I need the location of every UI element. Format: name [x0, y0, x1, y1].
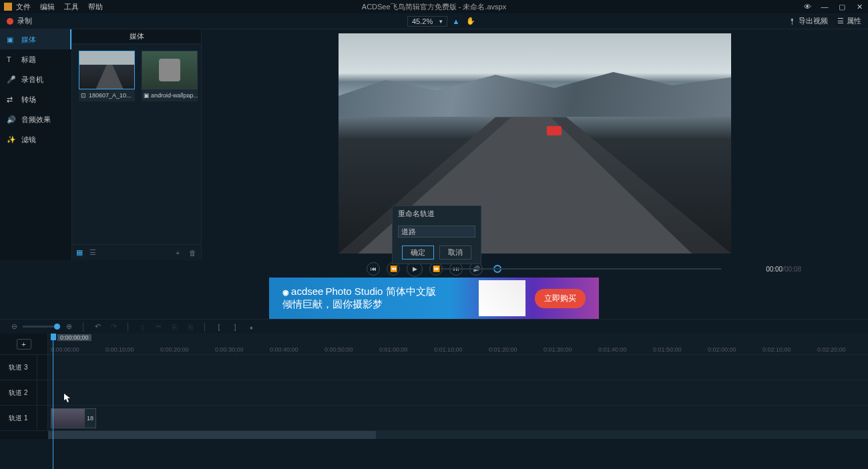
- time-display: 00:00/00:08: [766, 266, 801, 273]
- track-controls[interactable]: [37, 380, 48, 405]
- media-tab[interactable]: 媒体: [72, 29, 201, 44]
- media-icon: ▣: [7, 35, 16, 44]
- ruler-tick: 0:01:30;00: [544, 346, 572, 353]
- menu-file[interactable]: 文件: [16, 2, 31, 12]
- track-lane[interactable]: 18: [48, 406, 868, 430]
- sidebar-item-recorder[interactable]: 🎤录音机: [0, 69, 71, 89]
- record-label: 录制: [17, 16, 32, 26]
- pointer-tool-icon[interactable]: ▲: [451, 17, 461, 26]
- zoom-dropdown[interactable]: 45.2% ▾: [407, 16, 447, 27]
- track-row: 轨道 2: [0, 380, 868, 406]
- add-icon[interactable]: +: [176, 249, 184, 257]
- menu-edit[interactable]: 编辑: [40, 2, 55, 12]
- track-label[interactable]: 轨道 2: [0, 380, 37, 405]
- track-lane[interactable]: [48, 380, 868, 405]
- eye-icon[interactable]: 👁: [803, 3, 812, 11]
- ruler-tick: 0:00:10;00: [105, 346, 134, 353]
- preview-panel: [202, 29, 868, 260]
- filter-icon: ✨: [7, 135, 16, 144]
- track-row: 轨道 1 18: [0, 406, 868, 431]
- transition-icon: ⇄: [7, 95, 16, 104]
- sidebar-item-media[interactable]: ▣媒体: [0, 29, 71, 49]
- export-icon: ⭱: [789, 17, 796, 25]
- media-clip[interactable]: ⊡180607_A_10...: [79, 51, 135, 238]
- close-button[interactable]: ✕: [855, 3, 864, 11]
- track-label[interactable]: 轨道 1: [0, 406, 37, 430]
- minimize-button[interactable]: ―: [820, 3, 829, 11]
- ad-content[interactable]: ◉ acdsee Photo Studio 简体中文版 倾情巨献，圆你摄影梦 立…: [269, 278, 599, 319]
- timeline-clip[interactable]: 18: [51, 408, 96, 428]
- text-icon: T: [7, 55, 16, 63]
- mark-in-icon[interactable]: [: [214, 323, 224, 331]
- ruler-tick: 0:01:10;00: [434, 346, 463, 353]
- prev-frame-button[interactable]: ⏪: [387, 262, 400, 276]
- track-controls[interactable]: [37, 406, 48, 430]
- video-icon: ⊡: [81, 92, 87, 99]
- record-button[interactable]: 录制: [7, 16, 32, 26]
- playhead-time: 0:00:00;00: [57, 334, 91, 341]
- cut-icon[interactable]: ✂: [154, 322, 163, 331]
- cancel-button[interactable]: 取消: [439, 246, 471, 260]
- undo-icon[interactable]: ↶: [93, 322, 102, 331]
- audio-icon: 🔊: [7, 115, 16, 124]
- add-track-button[interactable]: +: [17, 339, 31, 350]
- timeline: + 0:00:00;00 0:00:00;000:00:10;000:00:20…: [0, 334, 868, 439]
- window-title: ACDSee飞鸟简辑官方免费版 - 未命名.avspx: [362, 2, 506, 12]
- ad-brand: acdsee: [291, 286, 323, 297]
- ruler-tick: 0:02:10;00: [763, 346, 791, 353]
- sidebar-item-transition[interactable]: ⇄转场: [0, 89, 71, 109]
- sidebar-label: 录音机: [21, 75, 43, 85]
- export-label: 导出视频: [799, 16, 828, 26]
- delete-icon[interactable]: 🗑: [189, 249, 197, 257]
- seek-bar[interactable]: [441, 268, 721, 270]
- sidebar-label: 音频效果: [21, 115, 51, 125]
- sidebar-item-audiofx[interactable]: 🔊音频效果: [0, 109, 71, 129]
- zoom-slider[interactable]: [23, 326, 60, 328]
- ruler-tick: 0:00:30;00: [215, 346, 244, 353]
- track-label[interactable]: 轨道 3: [0, 355, 37, 380]
- menu-help[interactable]: 帮助: [88, 2, 103, 12]
- ad-boxart: [479, 280, 525, 316]
- zoom-in-icon[interactable]: ⊕: [64, 322, 73, 331]
- app-logo: [4, 3, 12, 11]
- timeline-scrollbar[interactable]: [0, 431, 868, 439]
- redo-icon[interactable]: ↷: [109, 322, 118, 331]
- mark-out-icon[interactable]: ]: [230, 323, 240, 331]
- zoom-value: 45.2%: [412, 17, 433, 25]
- copy-icon[interactable]: ⎘: [170, 323, 179, 331]
- list-icon: ☰: [837, 17, 844, 25]
- hand-tool-icon[interactable]: ✋: [466, 17, 475, 26]
- ok-button[interactable]: 确定: [402, 246, 434, 260]
- sidebar-label: 转场: [21, 95, 36, 105]
- properties-button[interactable]: ☰ 属性: [837, 16, 861, 26]
- track-controls[interactable]: [37, 355, 48, 380]
- list-view-icon[interactable]: ☰: [89, 248, 97, 257]
- first-frame-button[interactable]: ⏮: [367, 262, 380, 276]
- sidebar-label: 滤镜: [21, 135, 36, 145]
- grid-view-icon[interactable]: ▦: [76, 248, 84, 257]
- clip-name: android-wallpap...: [151, 92, 198, 99]
- track-row: 轨道 3: [0, 355, 868, 380]
- maximize-button[interactable]: ▢: [837, 3, 847, 11]
- export-button[interactable]: ⭱ 导出视频: [789, 16, 828, 26]
- ad-line2: 倾情巨献，圆你摄影梦: [282, 298, 436, 311]
- playhead[interactable]: [51, 334, 56, 340]
- dialog-title: 重命名轨道: [393, 206, 481, 221]
- sidebar-item-filter[interactable]: ✨滤镜: [0, 129, 71, 149]
- menu-tools[interactable]: 工具: [64, 2, 79, 12]
- paste-icon[interactable]: ⎗: [186, 323, 195, 331]
- marker-icon[interactable]: ⬥: [246, 323, 256, 331]
- image-icon: ▣: [144, 92, 150, 99]
- sidebar-item-title[interactable]: T标题: [0, 49, 71, 69]
- zoom-out-icon[interactable]: ⊖: [9, 322, 19, 331]
- media-clip[interactable]: ▣android-wallpap...: [142, 51, 198, 238]
- ruler-tick: 0:02:00;00: [708, 346, 736, 353]
- track-header-controls: +: [0, 334, 48, 354]
- sidebar-label: 媒体: [21, 35, 36, 45]
- ad-cta-button[interactable]: 立即购买: [535, 289, 586, 308]
- split-icon[interactable]: ⎀: [138, 323, 147, 331]
- timeline-ruler[interactable]: 0:00:00;00 0:00:00;000:00:10;000:00:20;0…: [48, 334, 868, 354]
- track-name-input[interactable]: [398, 225, 475, 238]
- track-lane[interactable]: [48, 355, 868, 380]
- timeline-toolbar: ⊖ ⊕ ↶ ↷ ⎀ ✂ ⎘ ⎗ [ ] ⬥: [0, 319, 868, 334]
